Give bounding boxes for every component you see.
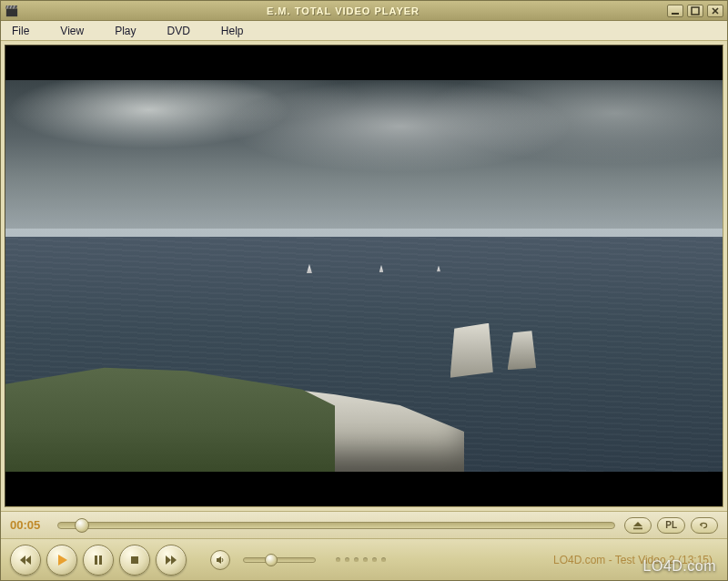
volume-slider[interactable] <box>243 557 316 563</box>
next-icon <box>165 554 177 566</box>
mute-button[interactable] <box>210 550 230 570</box>
seek-slider[interactable] <box>57 522 615 529</box>
svg-marker-18 <box>166 556 171 565</box>
close-icon <box>711 6 720 15</box>
svg-marker-14 <box>58 555 67 566</box>
stop-icon <box>128 554 141 566</box>
stop-button[interactable] <box>119 545 150 576</box>
app-window: E.M. TOTAL VIDEO PLAYER File View Play D… <box>0 0 728 581</box>
repeat-icon <box>699 521 710 530</box>
video-frame <box>5 80 723 472</box>
svg-rect-0 <box>6 8 17 16</box>
pause-button[interactable] <box>83 545 114 576</box>
svg-marker-12 <box>20 556 25 565</box>
svg-rect-6 <box>692 7 699 15</box>
menu-file[interactable]: File <box>8 23 33 39</box>
svg-marker-19 <box>171 556 177 565</box>
clapper-icon <box>5 4 19 18</box>
minimize-button[interactable] <box>667 5 683 17</box>
volume-thumb[interactable] <box>265 554 278 566</box>
video-viewport[interactable] <box>5 45 723 507</box>
letterbox-top <box>5 46 723 80</box>
svg-rect-10 <box>633 527 642 529</box>
seek-thumb[interactable] <box>75 518 89 533</box>
menu-play[interactable]: Play <box>111 23 139 39</box>
svg-rect-16 <box>99 556 102 565</box>
play-icon <box>56 554 68 566</box>
menu-bar: File View Play DVD Help <box>1 21 727 41</box>
menu-view[interactable]: View <box>56 23 87 39</box>
mute-icon <box>216 556 225 565</box>
svg-rect-17 <box>131 556 138 564</box>
indicator-dots <box>336 557 386 562</box>
maximize-icon <box>691 6 700 15</box>
time-elapsed: 00:05 <box>10 518 48 532</box>
menu-help[interactable]: Help <box>217 23 248 39</box>
window-controls <box>667 5 723 17</box>
repeat-button[interactable] <box>691 517 718 534</box>
maximize-button[interactable] <box>687 5 703 17</box>
now-playing-label: LO4D.com - Test Video 2 (13:15) <box>553 554 718 566</box>
svg-rect-5 <box>672 13 679 15</box>
svg-marker-9 <box>633 522 642 526</box>
previous-icon <box>19 554 32 566</box>
eject-button[interactable] <box>624 517 652 534</box>
menu-dvd[interactable]: DVD <box>163 23 193 39</box>
svg-rect-15 <box>95 556 97 565</box>
previous-button[interactable] <box>10 545 41 576</box>
title-bar[interactable]: E.M. TOTAL VIDEO PLAYER <box>1 1 727 21</box>
letterbox-bottom <box>5 472 723 506</box>
playlist-button[interactable]: PL <box>657 517 685 534</box>
pause-icon <box>92 554 105 566</box>
window-title: E.M. TOTAL VIDEO PLAYER <box>19 5 667 16</box>
transport-controls: LO4D.com - Test Video 2 (13:15) <box>1 538 727 580</box>
close-button[interactable] <box>707 5 723 17</box>
playlist-label: PL <box>665 520 677 530</box>
seek-right-buttons: PL <box>624 517 718 534</box>
svg-marker-13 <box>25 556 31 565</box>
seek-bar-row: 00:05 PL <box>1 511 727 538</box>
next-button[interactable] <box>156 545 187 576</box>
minimize-icon <box>671 6 680 15</box>
eject-icon <box>632 521 643 530</box>
svg-marker-20 <box>217 556 221 564</box>
play-button[interactable] <box>46 545 77 576</box>
